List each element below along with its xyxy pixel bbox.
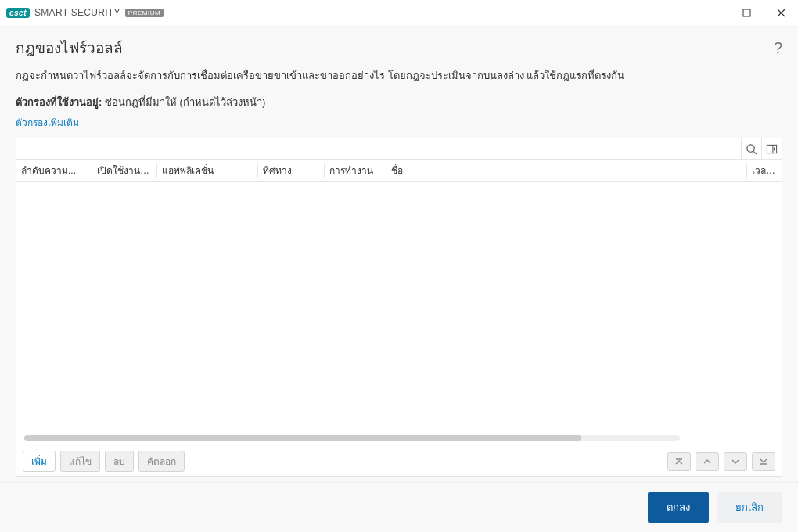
col-action[interactable]: การทำงาน — [325, 163, 386, 178]
delete-button: ลบ — [105, 451, 134, 472]
svg-rect-0 — [743, 9, 750, 16]
chevron-top-icon — [674, 457, 684, 466]
ok-button[interactable]: ตกลง — [648, 492, 709, 523]
col-name[interactable]: ชื่อ — [386, 163, 746, 178]
titlebar: eset SMART SECURITY PREMIUM — [0, 0, 798, 25]
move-down-button — [724, 452, 747, 471]
add-button[interactable]: เพิ่ม — [23, 451, 56, 472]
col-direction[interactable]: ทิศทาง — [258, 163, 324, 178]
svg-point-1 — [747, 145, 754, 152]
table-body-empty — [16, 182, 782, 446]
search-button[interactable] — [741, 138, 761, 159]
col-priority[interactable]: ลำดับความ... — [16, 163, 92, 178]
chevron-bottom-icon — [759, 457, 768, 466]
edit-button: แก้ไข — [60, 451, 100, 472]
rules-listbox: ลำดับความ... เปิดใช้งานแล้ว แอพพลิเคชั่น… — [16, 138, 782, 477]
svg-rect-2 — [767, 145, 776, 153]
table-header: ลำดับความ... เปิดใช้งานแล้ว แอพพลิเคชั่น… — [16, 160, 782, 182]
chevron-up-icon — [703, 457, 712, 466]
col-time[interactable]: เวลาที่ป — [747, 163, 782, 178]
heading-row: กฎของไฟร์วอลล์ ? — [16, 36, 782, 59]
maximize-button[interactable] — [729, 0, 764, 25]
search-icon — [746, 143, 757, 155]
content-area: กฎของไฟร์วอลล์ ? กฎจะกำหนดว่าไฟร์วอลล์จะ… — [0, 25, 798, 482]
search-input[interactable] — [16, 138, 741, 159]
columns-icon — [766, 143, 778, 155]
col-application[interactable]: แอพพลิเคชั่น — [157, 163, 257, 178]
column-chooser-button[interactable] — [761, 138, 782, 159]
cancel-button[interactable]: ยกเลิก — [717, 492, 782, 523]
more-filters-link[interactable]: ตัวกรองเพิ่มเติม — [16, 115, 782, 130]
move-top-button — [667, 452, 691, 471]
search-row — [16, 138, 782, 160]
close-icon — [777, 9, 785, 17]
filter-value: ซ่อนกฎที่มีมาให้ (กำหนดไว้ล่วงหน้า) — [105, 96, 265, 108]
footer: ตกลง ยกเลิก — [0, 482, 798, 532]
col-enabled[interactable]: เปิดใช้งานแล้ว — [92, 163, 156, 178]
brand-pill: eset — [6, 8, 30, 18]
page-title: กฎของไฟร์วอลล์ — [16, 36, 123, 59]
horizontal-scrollbar[interactable] — [24, 435, 680, 441]
list-toolbar: เพิ่ม แก้ไข ลบ คัดลอก — [16, 446, 782, 476]
premium-badge: PREMIUM — [125, 9, 164, 17]
active-filter-line: ตัวกรองที่ใช้งานอยู่: ซ่อนกฎที่มีมาให้ (… — [16, 94, 782, 110]
chevron-down-icon — [731, 457, 740, 466]
help-icon[interactable]: ? — [774, 39, 782, 57]
close-button[interactable] — [764, 0, 798, 25]
maximize-icon — [742, 9, 751, 17]
brand-text: SMART SECURITY — [34, 7, 120, 18]
product-logo: eset SMART SECURITY PREMIUM — [6, 7, 164, 18]
filter-label: ตัวกรองที่ใช้งานอยู่: — [16, 96, 102, 108]
move-bottom-button — [752, 452, 775, 471]
page-description: กฎจะกำหนดว่าไฟร์วอลล์จะจัดการกับการเชื่อ… — [16, 69, 782, 83]
copy-button: คัดลอก — [138, 451, 185, 472]
move-up-button — [696, 452, 719, 471]
scrollbar-thumb[interactable] — [24, 435, 581, 441]
